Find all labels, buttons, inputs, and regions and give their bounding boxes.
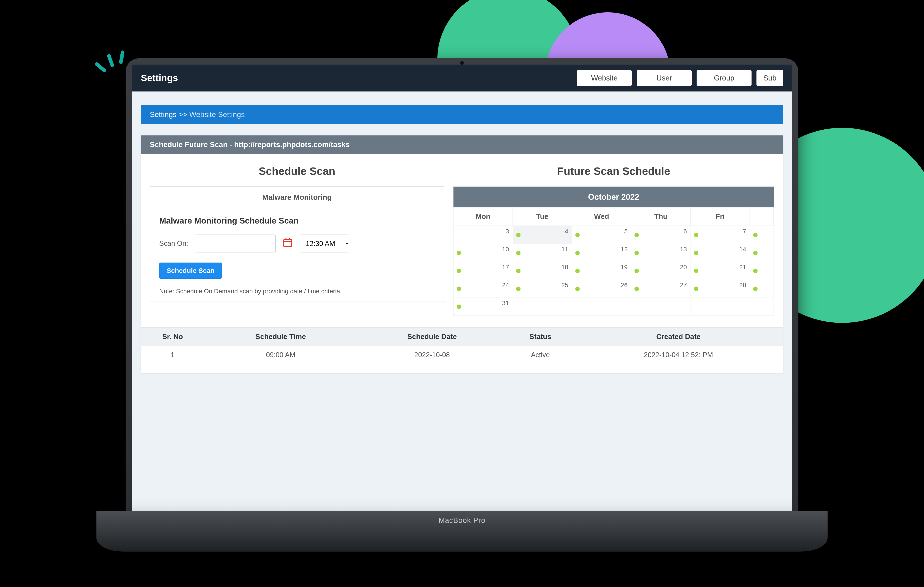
calendar-day-number: 20: [680, 264, 687, 271]
calendar: October 2022 MonTueWedThuFri 34567101112…: [453, 186, 774, 316]
calendar-day-number: 14: [739, 246, 746, 253]
calendar-day-number: 21: [739, 264, 746, 271]
calendar-cell[interactable]: 27: [631, 280, 691, 298]
scan-time-select[interactable]: 12:30 AM: [300, 234, 349, 252]
topbar-btn-website[interactable]: Website: [577, 70, 632, 86]
schedule-note: Note: Schedule On Demand scan by providi…: [150, 281, 444, 295]
future-schedule-column: Future Scan Schedule October 2022 MonTue…: [453, 158, 783, 316]
calendar-day-number: 25: [561, 282, 568, 289]
event-dot-icon: [634, 287, 639, 291]
calendar-cell[interactable]: 10: [454, 244, 513, 262]
calendar-cell[interactable]: 25: [513, 280, 572, 298]
schedule-card: Malware Monitoring Malware Monitoring Sc…: [150, 186, 444, 302]
calendar-day-number: 24: [502, 282, 509, 289]
page-title: Settings: [141, 73, 178, 83]
event-dot-icon: [575, 251, 580, 255]
topbar-btn-sub[interactable]: Sub: [756, 70, 783, 86]
scan-date-input[interactable]: [195, 234, 276, 252]
event-dot-icon: [457, 269, 461, 273]
event-dot-icon: [457, 287, 461, 291]
topbar-buttons: Website User Group Sub: [577, 70, 783, 86]
calendar-cell: [572, 298, 631, 316]
event-dot-icon: [634, 251, 639, 255]
table-cell: 09:00 AM: [204, 346, 357, 364]
calendar-cell[interactable]: 11: [513, 244, 572, 262]
calendar-weekday: Wed: [572, 208, 631, 226]
calendar-day-number: 11: [561, 246, 568, 253]
future-schedule-title: Future Scan Schedule: [453, 158, 774, 186]
table-cell: Active: [507, 346, 574, 364]
calendar-cell[interactable]: 28: [691, 280, 750, 298]
calendar-weekday: Mon: [454, 208, 513, 226]
calendar-cell[interactable]: 17: [454, 262, 513, 280]
tab-malware-monitoring[interactable]: Malware Monitoring: [150, 187, 444, 208]
breadcrumb-current[interactable]: Website Settings: [189, 110, 245, 119]
calendar-cell[interactable]: 3: [454, 226, 513, 244]
calendar-cell: [750, 298, 774, 316]
calendar-cell: [631, 298, 691, 316]
calendar-day-number: 7: [743, 228, 746, 235]
calendar-weekday: Tue: [513, 208, 572, 226]
calendar-cell[interactable]: 21: [691, 262, 750, 280]
calendar-cell[interactable]: 26: [572, 280, 631, 298]
svg-rect-0: [284, 239, 292, 247]
schedule-subtitle: Malware Monitoring Schedule Scan: [159, 216, 435, 226]
calendar-cell[interactable]: 19: [572, 262, 631, 280]
calendar-cell[interactable]: 24: [454, 280, 513, 298]
table-row[interactable]: 109:00 AM2022-10-08Active2022-10-04 12:5…: [141, 346, 783, 364]
calendar-cell: [691, 298, 750, 316]
calendar-cell[interactable]: 7: [691, 226, 750, 244]
table-header: Created Date: [574, 328, 783, 346]
calendar-cell[interactable]: 13: [631, 244, 691, 262]
event-dot-icon: [634, 233, 639, 237]
table-header: Schedule Time: [204, 328, 357, 346]
main-panel: Schedule Future Scan - http://reports.ph…: [141, 135, 783, 373]
calendar-cell[interactable]: 18: [513, 262, 572, 280]
event-dot-icon: [694, 251, 698, 255]
event-dot-icon: [575, 233, 580, 237]
table-cell: 2022-10-08: [357, 346, 507, 364]
calendar-icon[interactable]: [282, 237, 293, 250]
calendar-cell: [513, 298, 572, 316]
topbar-btn-user[interactable]: User: [637, 70, 691, 86]
event-dot-icon: [575, 287, 580, 291]
table-header: Sr. No: [141, 328, 204, 346]
calendar-cell[interactable]: 5: [572, 226, 631, 244]
event-dot-icon: [634, 269, 639, 273]
calendar-cell[interactable]: 4: [513, 226, 572, 244]
table-header: Schedule Date: [357, 328, 507, 346]
calendar-day-number: 27: [680, 282, 687, 289]
calendar-month: October 2022: [454, 187, 774, 208]
table-header: Status: [507, 328, 574, 346]
calendar-day-number: 13: [680, 246, 687, 253]
breadcrumb-sep: >>: [178, 110, 189, 119]
event-dot-icon: [753, 251, 757, 255]
calendar-weekday: [750, 208, 774, 226]
event-dot-icon: [753, 233, 757, 237]
calendar-cell[interactable]: 12: [572, 244, 631, 262]
calendar-cell[interactable]: 31: [454, 298, 513, 316]
topbar-btn-group[interactable]: Group: [696, 70, 752, 86]
calendar-day-number: 31: [502, 300, 509, 307]
calendar-day-number: 10: [502, 246, 509, 253]
calendar-day-number: 17: [502, 264, 509, 271]
event-dot-icon: [516, 251, 521, 255]
calendar-day-number: 28: [739, 282, 746, 289]
schedule-scan-button[interactable]: Schedule Scan: [159, 262, 222, 279]
calendar-day-number: 26: [620, 282, 627, 289]
calendar-cell[interactable]: 20: [631, 262, 691, 280]
table-cell: 2022-10-04 12:52: PM: [574, 346, 783, 364]
laptop-frame: Settings Website User Group Sub Settings…: [125, 58, 799, 552]
event-dot-icon: [457, 251, 461, 255]
event-dot-icon: [753, 269, 757, 273]
event-dot-icon: [516, 233, 521, 237]
panel-header: Schedule Future Scan - http://reports.ph…: [141, 135, 783, 154]
calendar-cell[interactable]: 6: [631, 226, 691, 244]
schedule-scan-title: Schedule Scan: [150, 158, 444, 186]
calendar-day-number: 5: [624, 228, 628, 235]
event-dot-icon: [753, 287, 757, 291]
breadcrumb-root[interactable]: Settings: [150, 110, 177, 119]
calendar-cell[interactable]: 14: [691, 244, 750, 262]
event-dot-icon: [457, 305, 461, 309]
calendar-weekday: Thu: [631, 208, 691, 226]
